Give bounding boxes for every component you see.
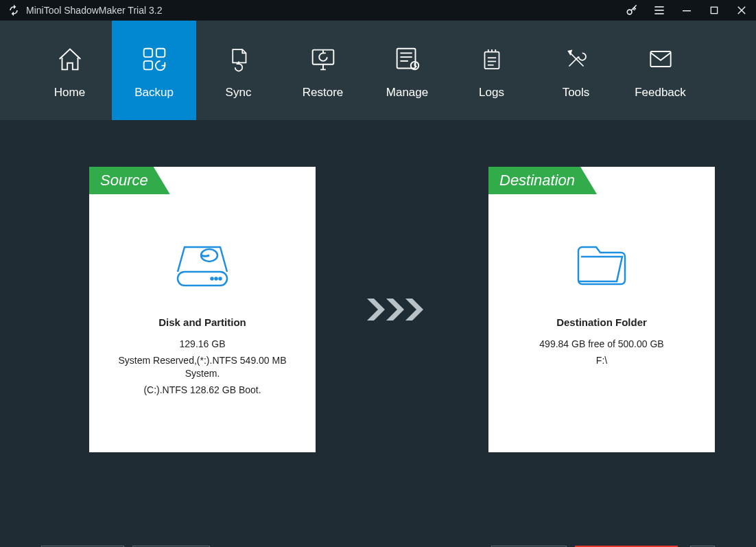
source-detail-2: (C:).NTFS 128.62 GB Boot. <box>89 384 316 397</box>
nav-restore[interactable]: Restore <box>281 21 365 120</box>
feedback-icon <box>643 42 678 76</box>
svg-point-0 <box>627 10 632 14</box>
restore-icon <box>306 42 340 76</box>
home-icon <box>53 42 87 76</box>
source-detail-1: System Reserved,(*:).NTFS 549.00 MB Syst… <box>89 354 316 381</box>
destination-path: F:\ <box>488 354 715 368</box>
svg-rect-12 <box>397 48 415 68</box>
nav-label: Manage <box>386 86 428 100</box>
nav-label: Backup <box>134 86 174 100</box>
minimize-icon[interactable] <box>679 3 694 18</box>
nav-backup[interactable]: Backup <box>112 21 196 120</box>
destination-tab-label: Destination <box>488 167 597 194</box>
nav-home[interactable]: Home <box>27 21 112 120</box>
svg-marker-27 <box>367 299 385 321</box>
source-card[interactable]: Source Disk and Partition 129.16 GB Syst… <box>89 167 316 452</box>
destination-free: 499.84 GB free of 500.00 GB <box>488 338 715 351</box>
main-nav: Home Backup Sync Restore Manage Logs T <box>0 21 756 120</box>
nav-label: Logs <box>479 86 504 100</box>
nav-label: Sync <box>226 86 252 100</box>
source-tab-label: Source <box>89 167 170 194</box>
arrow-chevrons-icon <box>316 296 488 323</box>
sync-icon <box>222 42 256 76</box>
destination-title: Destination Folder <box>488 316 715 328</box>
logs-icon <box>475 42 509 76</box>
menu-icon[interactable] <box>652 3 667 18</box>
app-title: MiniTool ShadowMaker Trial 3.2 <box>26 5 162 16</box>
svg-rect-9 <box>156 48 164 56</box>
folder-icon <box>488 227 715 296</box>
nav-feedback[interactable]: Feedback <box>618 21 702 120</box>
tools-icon <box>559 42 593 76</box>
nav-label: Feedback <box>635 86 686 100</box>
svg-rect-10 <box>143 60 152 69</box>
svg-point-25 <box>215 278 217 280</box>
svg-point-24 <box>211 278 213 280</box>
svg-marker-29 <box>405 299 423 321</box>
maximize-icon[interactable] <box>707 3 722 18</box>
disk-icon <box>89 227 316 296</box>
source-title: Disk and Partition <box>89 316 316 328</box>
titlebar: MiniTool ShadowMaker Trial 3.2 <box>0 0 756 21</box>
source-size: 129.16 GB <box>89 338 316 351</box>
svg-rect-21 <box>650 51 670 67</box>
svg-rect-5 <box>711 7 717 13</box>
nav-label: Tools <box>563 86 590 100</box>
svg-rect-17 <box>484 51 499 69</box>
app-logo-icon <box>7 3 21 17</box>
key-icon[interactable] <box>624 3 639 18</box>
nav-logs[interactable]: Logs <box>449 21 534 120</box>
destination-card[interactable]: Destination Destination Folder 499.84 GB… <box>488 167 715 452</box>
source-header: Source <box>89 167 316 194</box>
backup-icon <box>137 42 172 76</box>
svg-point-26 <box>220 278 222 280</box>
destination-header: Destination <box>488 167 715 194</box>
manage-icon <box>390 42 425 76</box>
nav-manage[interactable]: Manage <box>365 21 449 120</box>
main-area: Source Disk and Partition 129.16 GB Syst… <box>0 167 756 547</box>
svg-marker-28 <box>386 299 404 321</box>
svg-rect-8 <box>143 48 152 56</box>
nav-label: Restore <box>303 86 344 100</box>
nav-sync[interactable]: Sync <box>196 21 281 120</box>
nav-label: Home <box>54 86 85 100</box>
nav-tools[interactable]: Tools <box>534 21 618 120</box>
close-icon[interactable] <box>734 3 749 18</box>
